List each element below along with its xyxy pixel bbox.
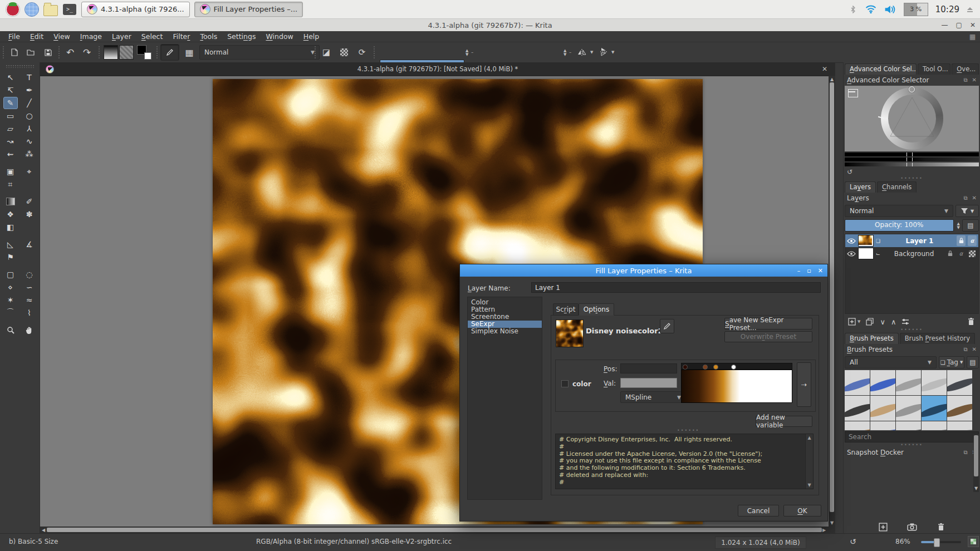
gradient-stop-1[interactable] — [703, 365, 708, 370]
float-docker-icon[interactable]: ⧉ — [963, 195, 967, 201]
generator-type-simplex-noise[interactable]: Simplex Noise — [468, 328, 542, 335]
value-strip[interactable] — [845, 158, 979, 161]
taskbar-window-fill-layer[interactable]: Fill Layer Properties –... — [194, 2, 303, 17]
script-editor[interactable]: # Copyright Disney Enterprises, Inc. All… — [555, 434, 814, 489]
undo-button[interactable]: ↶ — [62, 45, 78, 60]
dialog-titlebar[interactable]: Fill Layer Properties – Krita – ▫ ✕ — [460, 264, 827, 277]
toolbar-handle[interactable] — [373, 46, 376, 59]
color-variable-checkbox[interactable] — [561, 380, 569, 387]
add-new-variable-button[interactable]: Add new variable — [756, 416, 812, 427]
inherit-alpha-icon[interactable] — [968, 248, 977, 259]
color-sampler-tool[interactable]: ✐ — [22, 195, 37, 208]
layer-thumbnail[interactable] — [858, 248, 874, 259]
rectangular-select-tool[interactable]: ▢ — [3, 268, 18, 281]
document-title-strip[interactable]: 4.3.1-alpha (git 79267b7): [Not Saved] (… — [40, 62, 835, 76]
brush-grid-scrollbar[interactable]: ▼ — [973, 434, 979, 492]
elliptical-select-tool[interactable]: ◌ — [22, 268, 37, 281]
pattern-edit-tool[interactable]: ❖ — [3, 208, 18, 220]
bezier-curve-tool[interactable]: ↝ — [3, 135, 18, 147]
reset-rotation-icon[interactable]: ↺ — [850, 537, 856, 546]
layer-blending-mode-combo[interactable]: Normal▼ — [845, 205, 953, 217]
preserve-alpha-button[interactable] — [336, 45, 352, 60]
magnetic-select-tool[interactable]: ⌇ — [22, 307, 37, 319]
toolbar-handle[interactable] — [2, 46, 5, 59]
contiguous-select-tool[interactable]: ≈ — [22, 294, 37, 306]
zoom-slider-handle[interactable] — [934, 538, 940, 547]
pos-input[interactable] — [620, 363, 677, 373]
vertical-scroll-thumb[interactable] — [830, 82, 834, 512]
browser-launcher[interactable] — [24, 2, 39, 17]
brush-scroll-thumb[interactable] — [974, 435, 978, 476]
brush-preset-cell[interactable] — [845, 421, 870, 430]
float-docker-icon[interactable]: ⧉ — [963, 449, 967, 456]
volume-icon[interactable] — [884, 5, 896, 14]
scroll-left-arrow[interactable]: ◀ — [40, 528, 47, 533]
layer-properties-button[interactable] — [901, 318, 910, 326]
pattern-swatch[interactable] — [119, 45, 134, 60]
script-scrollbar[interactable]: ▲▼ — [805, 434, 813, 489]
cpu-monitor[interactable]: 3 % — [904, 3, 928, 16]
reference-images-tool[interactable]: ⚑ — [3, 251, 18, 263]
brush-search-field[interactable]: Search — [845, 431, 979, 442]
file-manager-launcher[interactable] — [43, 2, 58, 17]
close-docker-icon[interactable]: ✕ — [972, 77, 977, 83]
pan-tool[interactable] — [22, 324, 37, 336]
layer-lock-icon[interactable] — [957, 235, 966, 246]
brush-preset-cell[interactable] — [896, 370, 921, 395]
smart-patch-tool[interactable]: ✽ — [22, 208, 37, 220]
edit-preset-button[interactable] — [660, 319, 674, 333]
lightness-strip[interactable] — [845, 163, 979, 166]
menubar-grid-icon[interactable]: ▦ — [969, 33, 976, 41]
brush-preset-cell[interactable] — [922, 370, 947, 395]
dialog-close-button[interactable]: ✕ — [818, 267, 823, 274]
brush-preset-cell[interactable] — [870, 396, 895, 421]
gradient-expand-button[interactable]: ⇢ — [797, 362, 811, 407]
toolbox-handle[interactable] — [6, 65, 34, 68]
layer-lock-icon[interactable] — [945, 248, 954, 259]
eraser-mode-button[interactable]: ◪ — [318, 45, 334, 60]
layer-filter-button[interactable]: ▼ — [955, 205, 979, 217]
open-document-button[interactable] — [23, 45, 39, 60]
scroll-up-arrow[interactable]: ▲ — [829, 77, 835, 82]
close-docker-icon[interactable]: ✕ — [972, 195, 977, 201]
multibrush-tool[interactable]: ⁂ — [22, 148, 37, 160]
workspace-chooser-button[interactable]: ▦ — [182, 45, 197, 60]
brush-preset-cell[interactable] — [947, 421, 972, 430]
gradient-tool[interactable] — [3, 195, 18, 208]
close-button[interactable]: ✕ — [970, 21, 976, 29]
visibility-eye-icon[interactable] — [847, 250, 856, 257]
move-layer-down-button[interactable]: ∨ — [880, 318, 885, 326]
tab-overview[interactable]: Ove... — [952, 63, 979, 75]
gradient-stop-2[interactable] — [713, 365, 718, 370]
dialog-maximize-button[interactable]: ▫ — [807, 267, 811, 274]
menu-window[interactable]: Window — [261, 31, 298, 42]
canvas-horizontal-scrollbar[interactable]: ◀ ▶ — [40, 527, 835, 533]
dynamic-brush-tool[interactable]: ⇜ — [3, 148, 18, 160]
tab-layers[interactable]: Layers — [845, 181, 876, 193]
transform-tool[interactable]: ▣ — [3, 165, 18, 178]
mirror-horizontal-button[interactable] — [575, 45, 590, 60]
close-docker-icon[interactable]: ✕ — [972, 346, 977, 353]
refresh-colors-icon[interactable]: ↺ — [847, 168, 977, 176]
brush-preset-cell[interactable] — [896, 396, 921, 421]
calligraphy-tool[interactable]: ✒ — [22, 84, 37, 96]
brush-preset-cell[interactable] — [947, 396, 972, 421]
tab-brush-presets[interactable]: Brush Presets — [845, 333, 899, 344]
text-tool[interactable]: T — [22, 71, 37, 83]
brush-preset-cell-selected[interactable] — [922, 396, 947, 421]
layer-row-background[interactable]: ⌙ Background α — [845, 247, 978, 260]
opacity-spinner[interactable]: ▲▼ — [465, 49, 468, 56]
zoom-slider[interactable] — [921, 541, 961, 543]
horizontal-scroll-thumb[interactable] — [47, 528, 822, 532]
blending-mode-combo[interactable]: Normal▼ — [199, 45, 320, 60]
menu-image[interactable]: Image — [75, 31, 107, 42]
polygonal-select-tool[interactable]: ⋄ — [3, 281, 18, 293]
mirror-vertical-options[interactable]: ▼ — [611, 51, 614, 54]
canvas-vertical-scrollbar[interactable]: ▲ ▼ — [829, 76, 835, 527]
preset-view-mode-button[interactable]: ▤ — [967, 356, 979, 368]
fit-page-button[interactable] — [968, 536, 979, 547]
freehand-select-tool[interactable]: ∽ — [22, 281, 37, 293]
menu-layer[interactable]: Layer — [107, 31, 136, 42]
hue-cursor[interactable] — [909, 86, 915, 92]
minimize-button[interactable]: — — [942, 21, 948, 29]
